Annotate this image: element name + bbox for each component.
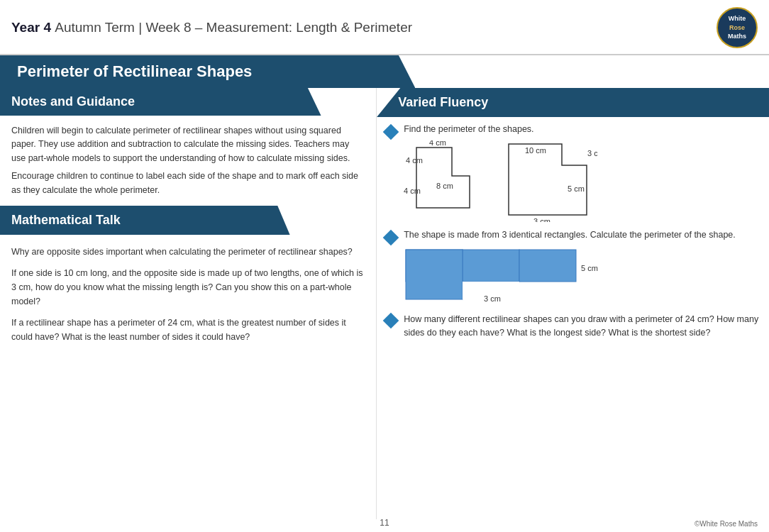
fluency-item-2-text: The shape is made from 3 identical recta…: [404, 230, 736, 240]
main-content: Notes and Guidance Children will begin t…: [0, 88, 769, 519]
header-title: Year 4 Autumn Term | Week 8 – Measuremen…: [11, 20, 412, 35]
left-column: Notes and Guidance Children will begin t…: [0, 88, 377, 519]
page-number: 11: [380, 518, 389, 528]
math-talk-header: Mathematical Talk: [0, 206, 309, 235]
fluency-icon-3: [383, 313, 399, 329]
blue-shape-svg: 5 cm 3 cm: [402, 246, 615, 306]
svg-text:8 cm: 8 cm: [436, 182, 453, 190]
notes-text: Children will begin to calculate perimet…: [0, 121, 376, 203]
copyright: ©White Rose Maths: [695, 520, 758, 528]
svg-text:3 cm: 3 cm: [484, 294, 501, 303]
fluency-item-3-text: How many different rectilinear shapes ca…: [404, 313, 760, 340]
right-column: Varied Fluency Find the perimeter of the…: [377, 88, 769, 519]
shape-1-svg: 4 cm 4 cm 8 cm 4 cm: [402, 140, 484, 215]
svg-marker-0: [416, 148, 470, 208]
fluency-item-2: The shape is made from 3 identical recta…: [377, 230, 769, 243]
notes-guidance-header: Notes and Guidance: [0, 88, 331, 116]
shape-2-svg: 10 cm 3 cm 5 cm 3 cm: [505, 140, 597, 222]
talk-questions: Why are opposite sides important when ca…: [0, 242, 376, 347]
blue-shape: 5 cm 3 cm: [402, 246, 760, 309]
topic-banner: Perimeter of Rectilinear Shapes: [0, 55, 415, 88]
shape-2: 10 cm 3 cm 5 cm 3 cm: [505, 140, 597, 224]
svg-text:4 cm: 4 cm: [429, 140, 446, 147]
svg-text:5 cm: 5 cm: [568, 184, 585, 193]
shape-1: 4 cm 4 cm 8 cm 4 cm: [402, 140, 484, 217]
fluency-icon-2: [383, 230, 399, 246]
svg-text:3 cm: 3 cm: [533, 217, 551, 222]
page-header: Year 4 Autumn Term | Week 8 – Measuremen…: [0, 0, 769, 55]
fluency-item-3: How many different rectilinear shapes ca…: [377, 313, 769, 340]
svg-marker-5: [509, 144, 587, 215]
fluency-icon-1: [383, 124, 399, 140]
svg-text:10 cm: 10 cm: [525, 146, 546, 155]
shapes-row: 4 cm 4 cm 8 cm 4 cm 10 cm 3 cm 5 cm: [402, 140, 760, 224]
fluency-item-1: Find the perimeter of the shapes.: [377, 124, 769, 138]
svg-text:3 cm: 3 cm: [587, 149, 597, 157]
varied-fluency-header: Varied Fluency: [377, 88, 769, 117]
svg-rect-11: [463, 250, 519, 282]
svg-rect-12: [519, 250, 576, 282]
logo: White Rose Maths: [717, 7, 758, 48]
svg-text:4 cm: 4 cm: [404, 187, 421, 195]
svg-rect-13: [406, 250, 463, 299]
fluency-item-1-text: Find the perimeter of the shapes.: [404, 124, 533, 134]
svg-text:5 cm: 5 cm: [581, 264, 598, 272]
svg-text:4 cm: 4 cm: [406, 156, 423, 165]
